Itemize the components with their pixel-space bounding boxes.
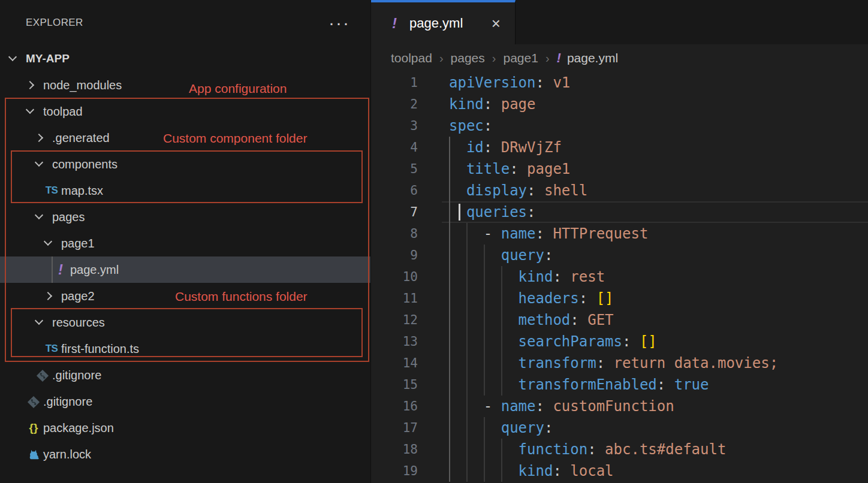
line-number: 12: [371, 309, 418, 331]
token: queries: [466, 204, 527, 221]
code-line-14: 14 transform: return data.movies;: [371, 352, 868, 374]
vscode-window: EXPLORER ··· MY-APPnode_modulestoolpad.g…: [0, 0, 868, 483]
tree-item-pages[interactable]: pages: [0, 204, 370, 230]
tree-item-resources[interactable]: resources: [0, 309, 370, 336]
token: []: [596, 290, 614, 307]
code-line-18: 18 function: abc.ts#default: [371, 439, 868, 460]
token: kind: [519, 463, 553, 479]
line-number: 9: [371, 244, 418, 266]
code-line-1: 1apiVersion: v1: [371, 72, 868, 93]
token: DRwVjZf: [501, 139, 562, 156]
line-number: 3: [371, 115, 418, 137]
tree-item-label: node_modules: [43, 72, 122, 98]
line-number: 7: [371, 201, 418, 223]
code-text: query:: [449, 244, 553, 266]
code-text: method: GET: [449, 309, 614, 331]
line-number: 6: [371, 180, 418, 201]
breadcrumb-separator-icon: ›: [439, 52, 444, 65]
tree-item-my-app[interactable]: MY-APP: [0, 46, 370, 72]
tab-bar: ! page.yml ×: [371, 0, 868, 44]
token: :: [553, 268, 570, 285]
code-line-12: 12 method: GET: [371, 309, 868, 331]
token: -: [484, 398, 501, 415]
chevron-down-icon[interactable]: [26, 105, 34, 114]
token: :: [536, 398, 553, 415]
token: :: [510, 161, 527, 177]
line-number: 5: [371, 158, 418, 180]
token: rest: [570, 268, 605, 285]
code-text: transformEnabled: true: [449, 374, 709, 396]
chevron-right-icon[interactable]: [35, 134, 43, 142]
tree-item-page1[interactable]: page1: [0, 230, 370, 256]
tree-item-label: pages: [52, 204, 85, 230]
annotation-custom-functions-folder: Custom functions folder: [175, 289, 308, 304]
breadcrumb-item-page1[interactable]: page1: [503, 51, 538, 65]
code-line-5: 5 title: page1: [371, 158, 868, 180]
breadcrumb-item-page-yml[interactable]: page.yml: [567, 51, 618, 65]
tab-page-yml[interactable]: ! page.yml ×: [371, 0, 516, 44]
code-line-11: 11 headers: []: [371, 288, 868, 309]
token: :: [536, 225, 553, 242]
code-line-15: 15 transformEnabled: true: [371, 374, 868, 396]
token: return data.movies;: [614, 355, 779, 372]
tree-item-gitignore[interactable]: .gitignore: [0, 388, 370, 415]
code-line-6: 6 display: shell: [371, 180, 868, 201]
code-editor[interactable]: 1apiVersion: v12kind: page3spec:4 id: DR…: [371, 72, 868, 483]
chevron-right-icon[interactable]: [26, 81, 34, 89]
line-number: 17: [371, 417, 418, 439]
tree-item-components[interactable]: components: [0, 151, 370, 177]
tree-item-label: .gitignore: [43, 388, 92, 415]
code-line-16: 16 - name: customFunction: [371, 396, 868, 417]
chevron-right-icon[interactable]: [44, 292, 52, 300]
code-text: kind: page: [449, 93, 536, 115]
chevron-down-icon[interactable]: [8, 53, 17, 61]
line-number: 16: [371, 396, 418, 417]
token: :: [596, 355, 614, 372]
token: apiVersion: [449, 74, 536, 91]
more-actions-icon[interactable]: ···: [328, 20, 350, 26]
token: method: [519, 312, 571, 328]
code-text: apiVersion: v1: [449, 72, 570, 93]
yaml-icon: !: [52, 256, 70, 283]
token: headers: [519, 290, 579, 307]
code-text: headers: []: [449, 288, 614, 309]
token: page1: [527, 161, 570, 177]
line-number: 18: [371, 439, 418, 460]
chevron-down-icon[interactable]: [35, 158, 43, 167]
tree-item-package-json[interactable]: {}package.json: [0, 415, 370, 441]
explorer-sidebar: EXPLORER ··· MY-APPnode_modulestoolpad.g…: [0, 0, 370, 483]
close-icon[interactable]: ×: [492, 2, 501, 44]
token: true: [674, 376, 709, 393]
code-text: kind: local: [449, 460, 614, 482]
code-line-9: 9 query:: [371, 244, 868, 266]
token: -: [484, 225, 501, 242]
token: :: [553, 463, 570, 479]
tree-item-node-modules[interactable]: node_modules: [0, 72, 370, 98]
chevron-down-icon[interactable]: [35, 316, 43, 325]
ts-icon: TS: [43, 336, 61, 362]
code-text: transform: return data.movies;: [449, 352, 778, 374]
line-number: 13: [371, 331, 418, 352]
tree-item-yarn-lock[interactable]: yarn.lock: [0, 441, 370, 467]
code-text: title: page1: [449, 158, 570, 180]
breadcrumb-separator-icon: ›: [492, 52, 496, 65]
tree-item-label: resources: [52, 309, 105, 336]
tree-item-map-tsx[interactable]: TSmap.tsx: [0, 177, 370, 204]
explorer-title: EXPLORER: [26, 17, 83, 29]
tree-item-first-function-ts[interactable]: TSfirst-function.ts: [0, 336, 370, 362]
breadcrumb-item-toolpad[interactable]: toolpad: [391, 51, 432, 65]
chevron-down-icon[interactable]: [44, 237, 52, 246]
code-text: kind: rest: [449, 266, 605, 288]
line-number: 15: [371, 374, 418, 396]
tree-item-gitignore[interactable]: .gitignore: [0, 362, 370, 388]
chevron-down-icon[interactable]: [35, 211, 43, 219]
token: :: [622, 333, 640, 350]
token: v1: [553, 74, 570, 91]
breadcrumb-item-pages[interactable]: pages: [451, 51, 485, 65]
tree-item-page-yml[interactable]: !page.yml: [0, 256, 370, 283]
code-text: - name: customFunction: [449, 396, 674, 417]
tree-item-toolpad[interactable]: toolpad: [0, 98, 370, 125]
yaml-icon: !: [385, 2, 403, 44]
tree-item-label: MY-APP: [26, 46, 70, 72]
code-line-13: 13 searchParams: []: [371, 331, 868, 352]
